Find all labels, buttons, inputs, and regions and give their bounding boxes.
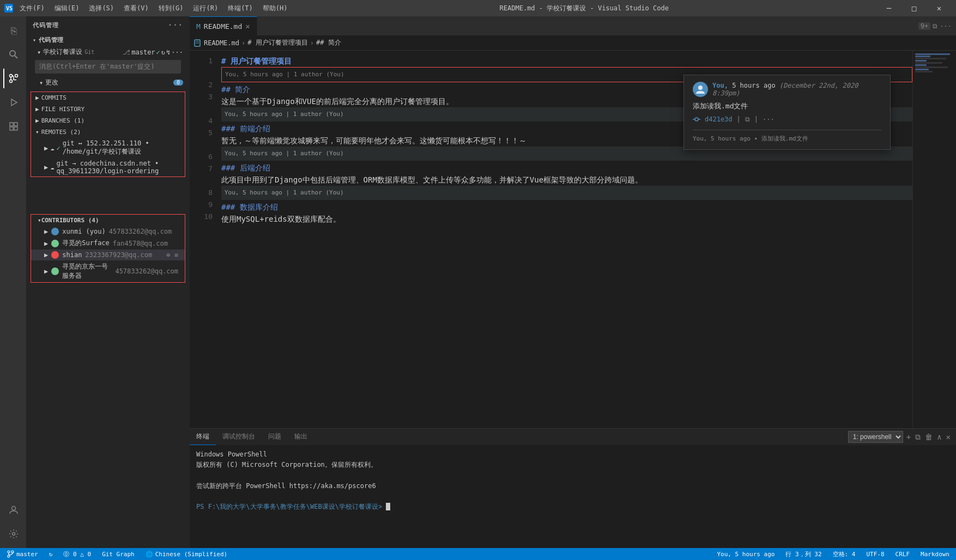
breadcrumb-item-2[interactable]: ## 简介 xyxy=(316,38,341,47)
repo-sync-icon[interactable]: ↻ xyxy=(161,48,165,56)
blame-copy-button[interactable]: ⧉ xyxy=(745,115,750,123)
minimize-button[interactable]: ─ xyxy=(876,0,901,16)
activity-icon-account[interactable] xyxy=(3,500,23,520)
status-errors[interactable]: ⓪ 0 △ 0 xyxy=(61,550,93,558)
code-line-8-text: ### 数据库介绍 xyxy=(221,201,278,213)
menu-view[interactable]: 查看(V) xyxy=(119,3,153,14)
contributors-header[interactable]: ▾ CONTRIBUTORS (4) xyxy=(31,215,185,226)
blame-inline-text: You, 5 hours ago • 添加读我.md文件 xyxy=(693,130,881,143)
contributor-action-2[interactable]: ⊕ ≡ xyxy=(166,251,178,259)
panel-tabs: 终端 调试控制台 问题 输出 1: powershell + ⧉ 🗑 ∧ ✕ xyxy=(190,429,956,445)
contributor-expand-1: ▶ xyxy=(44,240,48,247)
status-blame-info[interactable]: You, 5 hours ago xyxy=(715,550,777,558)
menu-run[interactable]: 运行(R) xyxy=(189,3,222,14)
line-num-10: 10 xyxy=(190,211,213,223)
file-history-section[interactable]: ▶ FILE HISTORY xyxy=(31,104,185,115)
breadcrumb-item-1[interactable]: # 用户订餐管理项目 xyxy=(247,38,307,47)
panel-collapse-button[interactable]: ∧ xyxy=(936,431,942,442)
code-line-10-text xyxy=(221,225,226,237)
panel-close-button[interactable]: ✕ xyxy=(945,431,952,442)
activity-icon-search[interactable] xyxy=(3,45,23,64)
repo-more-icon[interactable]: ··· xyxy=(171,48,183,56)
status-bar-right: You, 5 hours ago 行 3，列 32 空格: 4 UTF-8 CR… xyxy=(715,550,952,558)
remote-item-1[interactable]: ▶ ☁ ✓ git ↔ 152.32.251.110 • /home/git/学… xyxy=(31,138,185,158)
commit-message-box[interactable]: 消息(Ctrl+Enter 在'master'提交) xyxy=(31,60,185,74)
source-control-header[interactable]: ▾ 代码管理 xyxy=(26,34,190,46)
sidebar-header-icons[interactable]: ··· xyxy=(168,21,183,29)
terminal-select[interactable]: 1: powershell xyxy=(848,431,903,443)
split-editor-button[interactable]: ⧉ xyxy=(933,22,937,30)
activity-icon-debug[interactable] xyxy=(3,93,23,112)
status-encoding[interactable]: UTF-8 xyxy=(864,550,886,558)
breadcrumb-file[interactable]: README.md xyxy=(204,39,239,47)
terminal-line-4: 尝试新的跨平台 PowerShell https://aka.ms/pscore… xyxy=(196,481,949,491)
terminal-split-button[interactable]: ⧉ xyxy=(914,431,922,443)
status-branch[interactable]: master xyxy=(4,550,40,558)
menu-goto[interactable]: 转到(G) xyxy=(154,3,188,14)
language-icon: 🌐 xyxy=(146,551,153,558)
status-sync[interactable]: ↻ xyxy=(47,551,55,558)
panel-tab-terminal[interactable]: 终端 xyxy=(190,429,216,445)
contributor-item-0[interactable]: ▶ xunmi (you) 457833262@qq.com xyxy=(31,226,185,237)
panel-tab-problems[interactable]: 问题 xyxy=(262,429,288,445)
contributor-avatar-2 xyxy=(51,251,59,259)
titlebar-left: VS 文件(F) 编辑(E) 选择(S) 查看(V) 转到(G) 运行(R) 终… xyxy=(4,3,292,14)
branches-section[interactable]: ▶ BRANCHES (1) xyxy=(31,115,185,126)
repo-item[interactable]: ▾ 学校订餐课设 Git ⎇ master ✓ ↻ ↯ ··· xyxy=(26,46,190,58)
activity-icon-git[interactable] xyxy=(3,69,23,88)
status-git-graph[interactable]: Git Graph xyxy=(100,551,137,558)
menubar[interactable]: 文件(F) 编辑(E) 选择(S) 查看(V) 转到(G) 运行(R) 终端(T… xyxy=(15,3,292,14)
panel-tab-debug[interactable]: 调试控制台 xyxy=(216,429,262,445)
activity-bar: ⎘ xyxy=(0,16,26,548)
panel-toolbar: 1: powershell + ⧉ 🗑 ∧ ✕ xyxy=(848,431,956,443)
panel-tab-output[interactable]: 输出 xyxy=(288,429,314,445)
terminal-add-button[interactable]: + xyxy=(905,431,912,442)
branch-name[interactable]: master xyxy=(131,48,155,56)
message-input[interactable]: 消息(Ctrl+Enter 在'master'提交) xyxy=(35,60,181,74)
activity-icon-extensions[interactable] xyxy=(3,117,23,136)
contributor-avatar-3 xyxy=(51,267,59,275)
contributor-item-3[interactable]: ▶ 寻觅的京东一号服务器 457833262@qq.com xyxy=(31,260,185,282)
remotes-section[interactable]: ▾ REMOTES (2) xyxy=(31,126,185,138)
contributor-expand-0: ▶ xyxy=(44,228,48,235)
panel-content[interactable]: Windows PowerShell 版权所有 (C) Microsoft Co… xyxy=(190,445,956,548)
status-language-mode[interactable]: Markdown xyxy=(918,550,952,558)
editor-tab-readme[interactable]: M README.md ✕ xyxy=(190,16,257,35)
sidebar-more-icon[interactable]: ··· xyxy=(168,21,183,29)
menu-file[interactable]: 文件(F) xyxy=(15,3,49,14)
repo-publish-icon[interactable]: ↯ xyxy=(166,48,170,56)
close-button[interactable]: ✕ xyxy=(927,0,952,16)
status-eol[interactable]: CRLF xyxy=(893,550,912,558)
menu-edit[interactable]: 编辑(E) xyxy=(50,3,84,14)
lens-count: 9+ xyxy=(918,22,930,30)
terminal-kill-button[interactable]: 🗑 xyxy=(924,431,934,442)
sidebar-title: 代码管理 xyxy=(33,21,59,29)
more-actions-button[interactable]: ··· xyxy=(940,22,952,30)
status-cursor-pos[interactable]: 行 3，列 32 xyxy=(783,550,824,558)
commits-section[interactable]: ▶ COMMITS xyxy=(31,92,185,104)
status-indent[interactable]: 空格: 4 xyxy=(831,550,858,558)
branches-label: BRANCHES (1) xyxy=(41,117,84,124)
svg-point-22 xyxy=(8,551,10,553)
activity-icon-settings[interactable] xyxy=(3,524,23,544)
code-line-9-text: 使用MySQL+reids双数据库配合。 xyxy=(221,213,341,225)
terminal-line-6: PS F:\我的大学\大学事务\教学任务\WEB课设\学校订餐课设> xyxy=(196,502,949,512)
status-language[interactable]: 🌐 Chinese (Simplified) xyxy=(143,551,229,558)
blame-inline-sep: • xyxy=(754,135,761,142)
changes-header[interactable]: ▾ 更改 0 xyxy=(26,76,190,89)
tab-file-icon: M xyxy=(196,22,201,31)
svg-marker-8 xyxy=(11,99,17,106)
tab-close-button[interactable]: ✕ xyxy=(245,22,250,31)
menu-select[interactable]: 选择(S) xyxy=(84,3,118,14)
collapse-icon: ▾ xyxy=(33,37,37,43)
activity-icon-explorer[interactable]: ⎘ xyxy=(3,21,23,40)
menu-terminal[interactable]: 终端(T) xyxy=(223,3,257,14)
contributor-item-2[interactable]: ▶ shian 2323367923@qq.com ⊕ ≡ xyxy=(31,249,185,260)
remote-item-2[interactable]: ▶ ☁ git → codechina.csdn.net • qq_396112… xyxy=(31,158,185,176)
window-controls[interactable]: ─ □ ✕ xyxy=(876,0,952,16)
maximize-button[interactable]: □ xyxy=(901,0,927,16)
line-num-3: 3 xyxy=(190,91,213,103)
contributor-item-1[interactable]: ▶ 寻觅的Surface fan4578@qq.com xyxy=(31,237,185,249)
menu-help[interactable]: 帮助(H) xyxy=(258,3,292,14)
blame-more-button[interactable]: ··· xyxy=(763,115,775,123)
